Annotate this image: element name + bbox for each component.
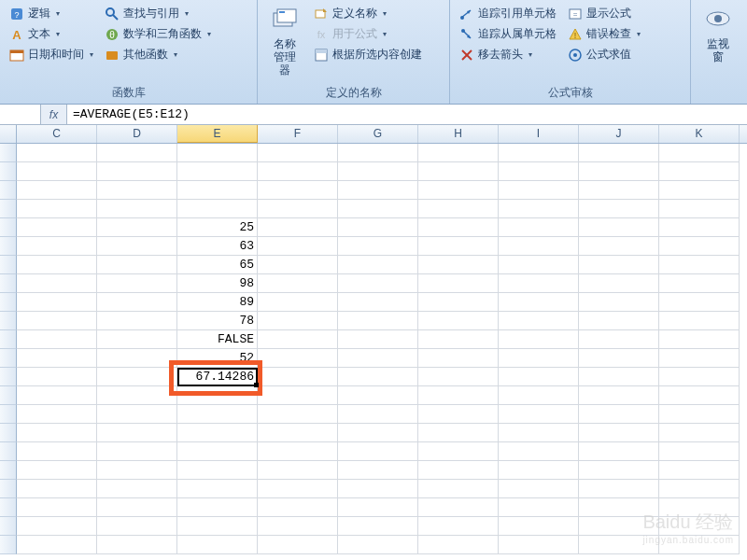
cell[interactable]	[579, 386, 659, 405]
cell[interactable]	[418, 498, 499, 517]
cell[interactable]	[579, 368, 659, 386]
cell[interactable]	[338, 349, 418, 368]
cell[interactable]	[338, 536, 418, 554]
cell[interactable]	[499, 237, 579, 256]
select-all-corner[interactable]	[0, 125, 17, 143]
row-header[interactable]	[0, 386, 17, 405]
cell[interactable]	[499, 274, 579, 293]
cell[interactable]	[258, 200, 338, 218]
cell[interactable]	[97, 256, 177, 274]
cell[interactable]	[579, 256, 659, 274]
cell[interactable]	[418, 480, 499, 498]
cell[interactable]	[418, 237, 499, 256]
cell[interactable]	[97, 330, 177, 349]
cell[interactable]	[499, 349, 579, 368]
cell[interactable]	[338, 386, 418, 405]
cell[interactable]	[17, 517, 97, 536]
cell[interactable]	[659, 200, 740, 218]
cell[interactable]: 78	[177, 312, 258, 330]
cell[interactable]	[659, 330, 740, 349]
cell[interactable]	[177, 517, 258, 536]
row-header[interactable]	[0, 498, 17, 517]
col-header-I[interactable]: I	[499, 125, 579, 143]
cell[interactable]	[258, 368, 338, 386]
cell[interactable]	[579, 349, 659, 368]
col-header-K[interactable]: K	[659, 125, 740, 143]
cell[interactable]	[17, 442, 97, 461]
cell[interactable]	[97, 162, 177, 181]
cell[interactable]	[177, 442, 258, 461]
name-manager-button[interactable]: 名称 管理器	[263, 4, 306, 83]
cell[interactable]	[338, 218, 418, 237]
cell[interactable]	[338, 424, 418, 442]
cell[interactable]	[499, 498, 579, 517]
col-header-F[interactable]: F	[258, 125, 338, 143]
row-header[interactable]	[0, 442, 17, 461]
lookup-button[interactable]: 查找与引用 ▾	[101, 4, 215, 23]
cell[interactable]	[177, 405, 258, 424]
row-header[interactable]	[0, 330, 17, 349]
row-header[interactable]	[0, 536, 17, 554]
cell[interactable]	[97, 480, 177, 498]
cell[interactable]	[659, 181, 740, 200]
cell[interactable]	[97, 200, 177, 218]
cell[interactable]	[177, 200, 258, 218]
trace-precedents-button[interactable]: 追踪引用单元格	[456, 4, 560, 23]
cell[interactable]	[338, 312, 418, 330]
cell[interactable]	[499, 442, 579, 461]
cell[interactable]	[177, 461, 258, 480]
cell[interactable]	[97, 293, 177, 312]
cell[interactable]	[258, 498, 338, 517]
cell[interactable]	[97, 386, 177, 405]
cell[interactable]	[258, 330, 338, 349]
cell[interactable]	[579, 480, 659, 498]
cell[interactable]	[258, 349, 338, 368]
cell[interactable]	[338, 293, 418, 312]
row-header[interactable]	[0, 424, 17, 442]
cell[interactable]	[177, 498, 258, 517]
col-header-J[interactable]: J	[579, 125, 659, 143]
cell[interactable]	[258, 405, 338, 424]
define-name-button[interactable]: 定义名称 ▾	[310, 4, 426, 23]
cell[interactable]: 52	[177, 349, 258, 368]
cell[interactable]	[499, 480, 579, 498]
cell[interactable]	[17, 312, 97, 330]
cell[interactable]	[17, 144, 97, 162]
cell[interactable]	[258, 536, 338, 554]
cell[interactable]	[499, 461, 579, 480]
cell[interactable]	[418, 424, 499, 442]
cell[interactable]	[338, 162, 418, 181]
cell[interactable]	[17, 536, 97, 554]
cell[interactable]	[499, 330, 579, 349]
col-header-D[interactable]: D	[97, 125, 177, 143]
cell[interactable]	[579, 144, 659, 162]
cell[interactable]	[499, 386, 579, 405]
watch-window-button[interactable]: 监视窗	[697, 4, 740, 99]
cell[interactable]	[177, 536, 258, 554]
cell[interactable]	[659, 386, 740, 405]
cell[interactable]	[177, 480, 258, 498]
cell[interactable]	[97, 424, 177, 442]
cell[interactable]	[258, 162, 338, 181]
cell[interactable]	[97, 237, 177, 256]
cell[interactable]	[418, 442, 499, 461]
cell[interactable]	[418, 181, 499, 200]
datetime-button[interactable]: 日期和时间 ▾	[6, 45, 97, 64]
cell[interactable]	[499, 162, 579, 181]
cell[interactable]	[418, 386, 499, 405]
cell[interactable]	[177, 162, 258, 181]
cell[interactable]	[579, 461, 659, 480]
row-header[interactable]	[0, 237, 17, 256]
cell[interactable]	[338, 517, 418, 536]
cell[interactable]	[17, 498, 97, 517]
cell[interactable]	[499, 368, 579, 386]
cell[interactable]	[418, 200, 499, 218]
trace-dependents-button[interactable]: 追踪从属单元格	[456, 24, 560, 44]
cell[interactable]	[17, 480, 97, 498]
cell[interactable]	[418, 461, 499, 480]
cell[interactable]	[418, 312, 499, 330]
row-header[interactable]	[0, 181, 17, 200]
cell[interactable]: 63	[177, 237, 258, 256]
cell[interactable]	[97, 368, 177, 386]
remove-arrows-button[interactable]: 移去箭头 ▾	[456, 45, 560, 64]
